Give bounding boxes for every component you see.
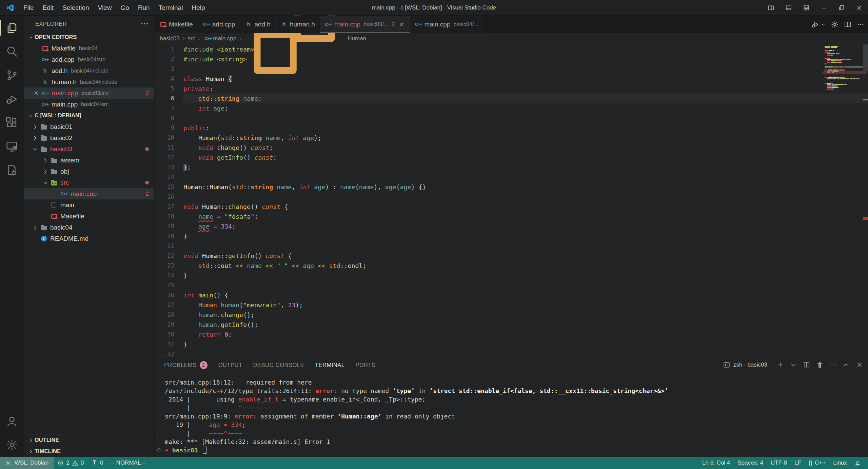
code-line[interactable]: 6 std::string name;	[155, 94, 868, 103]
code-line[interactable]: 16	[155, 192, 868, 202]
tree-item-basic04[interactable]: basic04	[24, 222, 154, 233]
breadcrumb-basic03[interactable]: basic03	[160, 35, 180, 42]
layout-sidebar-button[interactable]	[762, 0, 780, 16]
tree-item-main[interactable]: main	[24, 199, 154, 211]
breadcrumb-main.cpp[interactable]: C++main.cpp	[203, 35, 236, 42]
remote-explorer-icon[interactable]	[5, 140, 18, 153]
layout-sidebar-icon[interactable]	[768, 4, 774, 11]
settings-gear-icon[interactable]	[5, 438, 18, 451]
code-line[interactable]: 19 age = 334;	[155, 221, 868, 231]
tree-item-obj[interactable]: obj	[24, 166, 154, 177]
chevron-down-sm-icon[interactable]	[790, 361, 797, 369]
ellipsis-icon[interactable]	[829, 361, 837, 369]
tree-item-assem[interactable]: assem	[24, 155, 154, 166]
extensions-icon[interactable]	[5, 116, 18, 129]
editor-tab-add.h[interactable]: hadd.h	[240, 16, 276, 33]
code-line[interactable]: 21	[155, 241, 868, 251]
layout-custom-icon[interactable]	[803, 4, 810, 11]
menu-view[interactable]: View	[94, 4, 116, 12]
cursor-position[interactable]: Ln 6, Col 4	[698, 457, 734, 469]
tab-close-icon[interactable]	[399, 21, 405, 27]
code-line[interactable]: 28 human.change();	[155, 310, 868, 320]
code-line[interactable]: 4class Human {	[155, 74, 868, 84]
scrollbar[interactable]	[863, 44, 868, 356]
close-button[interactable]	[850, 0, 868, 16]
open-editors-header[interactable]: OPEN EDITORS	[24, 32, 154, 43]
views-more-actions-icon[interactable]	[140, 19, 149, 28]
tree-item-README.md[interactable]: iREADME.md	[24, 233, 154, 244]
code-line[interactable]: 10 Human(std::string name, int age);	[155, 133, 868, 143]
code-line[interactable]: 32	[155, 349, 868, 356]
editor-tab-main.cpp[interactable]: C++main.cppbasic03/...2	[320, 16, 410, 33]
layout-panel-icon[interactable]	[785, 4, 792, 11]
workspace-header[interactable]: C [WSL: DEBIAN]	[24, 110, 154, 121]
makefile-tools-icon[interactable]	[5, 164, 18, 177]
code-line[interactable]: 12 void getInfo() const;	[155, 153, 868, 162]
code-line[interactable]: 24}	[155, 271, 868, 280]
ellipsis-icon[interactable]	[856, 20, 865, 28]
activity-extensions[interactable]	[0, 111, 24, 135]
tree-item-src[interactable]: src	[24, 177, 154, 188]
code-line[interactable]: 18 name = "fdsafa";	[155, 212, 868, 221]
minimap[interactable]	[825, 46, 863, 93]
terminal-output[interactable]: src/main.cpp:18:12: required from here/u…	[155, 373, 868, 454]
open-editor-item[interactable]: C++main.cppbasic04/src	[24, 99, 154, 110]
remote-indicator[interactable]: WSL: Debian	[0, 457, 54, 469]
os-indicator[interactable]: Linux	[829, 457, 851, 469]
menu-run[interactable]: Run	[134, 4, 154, 12]
editor-tab-add.cpp[interactable]: C++add.cpp	[198, 16, 240, 33]
ports-status[interactable]: 0	[87, 457, 107, 469]
minimize-button[interactable]	[815, 0, 833, 16]
activity-run-debug[interactable]	[0, 87, 24, 111]
search-icon[interactable]	[5, 45, 18, 58]
maximize-button[interactable]	[833, 0, 850, 16]
close-icon[interactable]	[856, 4, 863, 11]
vim-mode[interactable]: -- NORMAL --	[107, 457, 150, 469]
code-line[interactable]: 7 int age;	[155, 103, 868, 113]
activity-settings-gear[interactable]	[0, 433, 24, 457]
menu-terminal[interactable]: Terminal	[154, 4, 188, 12]
code-line[interactable]: 25	[155, 280, 868, 290]
menu-help[interactable]: Help	[187, 4, 209, 12]
close-editor-icon[interactable]	[33, 90, 39, 96]
code-line[interactable]: 5private:	[155, 84, 868, 94]
code-editor[interactable]: 1#include <iostream>2#include <string>34…	[155, 44, 868, 356]
activity-remote-explorer[interactable]	[0, 135, 24, 158]
activity-search[interactable]	[0, 40, 24, 63]
code-line[interactable]: 3	[155, 64, 868, 74]
split-editor-icon[interactable]	[844, 20, 852, 28]
outline-header[interactable]: OUTLINE	[24, 434, 154, 446]
tree-item-basic02[interactable]: basic02	[24, 132, 154, 143]
explorer-icon[interactable]	[5, 21, 18, 34]
code-line[interactable]: 9public:	[155, 123, 868, 133]
code-line[interactable]: 22void Human::getInfo() const {	[155, 251, 868, 261]
indentation[interactable]: Spaces: 4	[734, 457, 767, 469]
menu-edit[interactable]: Edit	[38, 4, 58, 12]
breadcrumb-src[interactable]: src	[188, 35, 196, 42]
panel-tab-ports[interactable]: PORTS	[355, 356, 375, 373]
code-line[interactable]: 27 Human human("meowrain", 23);	[155, 300, 868, 310]
terminal-title[interactable]: zsh - basic03	[723, 361, 767, 369]
split-editor-icon[interactable]	[803, 361, 810, 369]
tree-item-Makefile[interactable]: Makefile	[24, 211, 154, 222]
open-editor-item[interactable]: hhuman.hbasic04/include	[24, 76, 154, 87]
code-line[interactable]: 30 return 0;	[155, 330, 868, 339]
panel-tab-debug-console[interactable]: DEBUG CONSOLE	[253, 356, 304, 373]
activity-account[interactable]	[0, 409, 24, 433]
code-line[interactable]: 23 std::cout << name << " " << age << st…	[155, 261, 868, 271]
editor-tab-Makefile[interactable]: Makefile	[155, 16, 198, 33]
plus-icon[interactable]	[776, 361, 784, 369]
panel-tab-problems[interactable]: PROBLEMS2	[164, 356, 208, 373]
notifications-bell[interactable]	[851, 457, 865, 469]
editor-tab-human.h[interactable]: hhuman.h	[276, 16, 320, 33]
scrollbar-thumb[interactable]	[863, 44, 868, 71]
code-line[interactable]: 31}	[155, 339, 868, 349]
account-icon[interactable]	[5, 415, 18, 428]
chevron-up-icon[interactable]	[843, 361, 850, 369]
trash-icon[interactable]	[816, 361, 824, 369]
open-editor-item[interactable]: Makefilebasic04	[24, 43, 154, 54]
code-line[interactable]: 15Human::Human(std::string name, int age…	[155, 182, 868, 192]
terminal-prompt[interactable]: ➜basic03	[165, 446, 868, 454]
layout-custom-button[interactable]	[797, 0, 815, 16]
menu-selection[interactable]: Selection	[58, 4, 93, 12]
